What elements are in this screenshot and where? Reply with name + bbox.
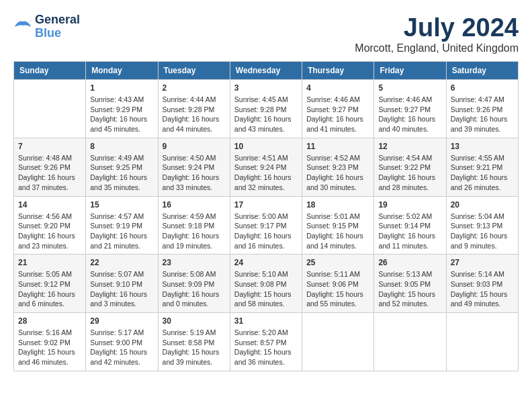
calendar-cell: 12 Sunrise: 4:54 AM Sunset: 9:22 PM Dayl… <box>374 138 446 196</box>
cell-content: Sunrise: 4:52 AM Sunset: 9:23 PM Dayligh… <box>306 153 369 193</box>
calendar-table: SundayMondayTuesdayWednesdayThursdayFrid… <box>13 61 519 371</box>
daylight-text: Daylight: 15 hours and 39 minutes. <box>163 347 226 367</box>
sunrise-text: Sunrise: 5:02 AM <box>378 212 441 222</box>
sunset-text: Sunset: 9:26 PM <box>451 105 514 115</box>
sunset-text: Sunset: 9:08 PM <box>234 279 298 289</box>
daylight-text: Daylight: 15 hours and 55 minutes. <box>306 289 369 309</box>
cell-content: Sunrise: 4:46 AM Sunset: 9:27 PM Dayligh… <box>306 95 369 134</box>
sunset-text: Sunset: 9:24 PM <box>234 163 298 173</box>
sunset-text: Sunset: 8:57 PM <box>234 338 298 348</box>
weekday-header-thursday: Thursday <box>302 62 374 80</box>
daylight-text: Daylight: 16 hours and 30 minutes. <box>306 173 369 192</box>
weekday-header-tuesday: Tuesday <box>158 62 230 80</box>
cell-content: Sunrise: 4:55 AM Sunset: 9:21 PM Dayligh… <box>451 153 514 193</box>
daylight-text: Daylight: 16 hours and 37 minutes. <box>18 173 81 192</box>
sunrise-text: Sunrise: 5:04 AM <box>451 212 514 222</box>
sunset-text: Sunset: 9:09 PM <box>163 279 226 289</box>
daylight-text: Daylight: 16 hours and 43 minutes. <box>234 114 298 134</box>
sunset-text: Sunset: 9:25 PM <box>90 163 153 173</box>
cell-content: Sunrise: 4:50 AM Sunset: 9:24 PM Dayligh… <box>163 153 226 193</box>
cell-content: Sunrise: 5:16 AM Sunset: 9:02 PM Dayligh… <box>18 328 81 367</box>
sunset-text: Sunset: 9:00 PM <box>90 338 153 348</box>
day-number: 9 <box>163 142 226 151</box>
day-number: 1 <box>90 83 153 93</box>
daylight-text: Daylight: 15 hours and 52 minutes. <box>378 289 441 309</box>
daylight-text: Daylight: 16 hours and 3 minutes. <box>90 289 153 309</box>
day-number: 24 <box>234 258 298 267</box>
calendar-cell: 6 Sunrise: 4:47 AM Sunset: 9:26 PM Dayli… <box>446 80 518 138</box>
sunrise-text: Sunrise: 4:46 AM <box>306 95 369 105</box>
day-number: 10 <box>234 142 298 151</box>
day-number: 25 <box>306 258 369 267</box>
sunset-text: Sunset: 9:12 PM <box>18 279 81 289</box>
sunrise-text: Sunrise: 5:14 AM <box>451 269 514 279</box>
sunrise-text: Sunrise: 4:44 AM <box>163 95 226 105</box>
calendar-cell: 7 Sunrise: 4:48 AM Sunset: 9:26 PM Dayli… <box>14 138 86 196</box>
sunrise-text: Sunrise: 4:46 AM <box>378 95 441 105</box>
sunset-text: Sunset: 9:28 PM <box>234 105 298 115</box>
calendar-cell <box>302 313 374 371</box>
sunrise-text: Sunrise: 5:01 AM <box>306 212 369 222</box>
cell-content: Sunrise: 4:48 AM Sunset: 9:26 PM Dayligh… <box>18 153 81 193</box>
calendar-cell: 20 Sunrise: 5:04 AM Sunset: 9:13 PM Dayl… <box>446 196 518 255</box>
sunset-text: Sunset: 9:03 PM <box>451 279 514 289</box>
weekday-header-monday: Monday <box>86 62 158 80</box>
sunrise-text: Sunrise: 4:54 AM <box>378 153 441 163</box>
calendar-week-row: 1 Sunrise: 4:43 AM Sunset: 9:29 PM Dayli… <box>14 80 519 138</box>
cell-content: Sunrise: 4:47 AM Sunset: 9:26 PM Dayligh… <box>451 95 514 134</box>
daylight-text: Daylight: 16 hours and 45 minutes. <box>90 114 153 134</box>
calendar-cell: 14 Sunrise: 4:56 AM Sunset: 9:20 PM Dayl… <box>14 196 86 255</box>
daylight-text: Daylight: 15 hours and 36 minutes. <box>234 347 298 367</box>
day-number: 13 <box>451 142 514 151</box>
day-number: 17 <box>234 200 298 210</box>
sunrise-text: Sunrise: 5:13 AM <box>378 269 441 279</box>
day-number: 20 <box>451 200 514 210</box>
sunset-text: Sunset: 9:13 PM <box>451 221 514 231</box>
day-number: 15 <box>90 200 153 210</box>
calendar-cell: 27 Sunrise: 5:14 AM Sunset: 9:03 PM Dayl… <box>446 255 518 313</box>
calendar-week-row: 21 Sunrise: 5:05 AM Sunset: 9:12 PM Dayl… <box>14 255 519 313</box>
calendar-cell: 31 Sunrise: 5:20 AM Sunset: 8:57 PM Dayl… <box>230 313 302 371</box>
cell-content: Sunrise: 5:10 AM Sunset: 9:08 PM Dayligh… <box>234 269 298 309</box>
day-number: 11 <box>306 142 369 151</box>
calendar-cell: 16 Sunrise: 4:59 AM Sunset: 9:18 PM Dayl… <box>158 196 230 255</box>
cell-content: Sunrise: 5:11 AM Sunset: 9:06 PM Dayligh… <box>306 269 369 309</box>
calendar-cell <box>14 80 86 138</box>
sunset-text: Sunset: 9:05 PM <box>378 279 441 289</box>
sunrise-text: Sunrise: 4:45 AM <box>234 95 298 105</box>
daylight-text: Daylight: 16 hours and 26 minutes. <box>451 173 514 192</box>
cell-content: Sunrise: 4:49 AM Sunset: 9:25 PM Dayligh… <box>90 153 153 193</box>
calendar-cell: 10 Sunrise: 4:51 AM Sunset: 9:24 PM Dayl… <box>230 138 302 196</box>
calendar-cell: 22 Sunrise: 5:07 AM Sunset: 9:10 PM Dayl… <box>86 255 158 313</box>
weekday-header-sunday: Sunday <box>14 62 86 80</box>
day-number: 28 <box>18 316 81 326</box>
day-number: 18 <box>306 200 369 210</box>
cell-content: Sunrise: 5:01 AM Sunset: 9:15 PM Dayligh… <box>306 212 369 251</box>
calendar-cell: 19 Sunrise: 5:02 AM Sunset: 9:14 PM Dayl… <box>374 196 446 255</box>
sunset-text: Sunset: 9:19 PM <box>90 221 153 231</box>
daylight-text: Daylight: 16 hours and 44 minutes. <box>163 114 226 134</box>
day-number: 22 <box>90 258 153 267</box>
daylight-text: Daylight: 16 hours and 41 minutes. <box>306 114 369 134</box>
calendar-cell: 2 Sunrise: 4:44 AM Sunset: 9:28 PM Dayli… <box>158 80 230 138</box>
cell-content: Sunrise: 4:46 AM Sunset: 9:27 PM Dayligh… <box>378 95 441 134</box>
sunset-text: Sunset: 9:23 PM <box>306 163 369 173</box>
day-number: 21 <box>18 258 81 267</box>
daylight-text: Daylight: 16 hours and 16 minutes. <box>234 231 298 250</box>
day-number: 31 <box>234 316 298 326</box>
sunset-text: Sunset: 9:15 PM <box>306 221 369 231</box>
cell-content: Sunrise: 5:08 AM Sunset: 9:09 PM Dayligh… <box>163 269 226 309</box>
cell-content: Sunrise: 4:59 AM Sunset: 9:18 PM Dayligh… <box>163 212 226 251</box>
daylight-text: Daylight: 16 hours and 21 minutes. <box>90 231 153 250</box>
cell-content: Sunrise: 5:17 AM Sunset: 9:00 PM Dayligh… <box>90 328 153 367</box>
day-number: 5 <box>378 83 441 93</box>
sunset-text: Sunset: 9:27 PM <box>378 105 441 115</box>
day-number: 4 <box>306 83 369 93</box>
sunrise-text: Sunrise: 5:07 AM <box>90 269 153 279</box>
sunrise-text: Sunrise: 4:59 AM <box>163 212 226 222</box>
calendar-cell: 26 Sunrise: 5:13 AM Sunset: 9:05 PM Dayl… <box>374 255 446 313</box>
cell-content: Sunrise: 5:07 AM Sunset: 9:10 PM Dayligh… <box>90 269 153 309</box>
daylight-text: Daylight: 16 hours and 28 minutes. <box>378 173 441 192</box>
sunset-text: Sunset: 9:20 PM <box>18 221 81 231</box>
day-number: 7 <box>18 142 81 151</box>
